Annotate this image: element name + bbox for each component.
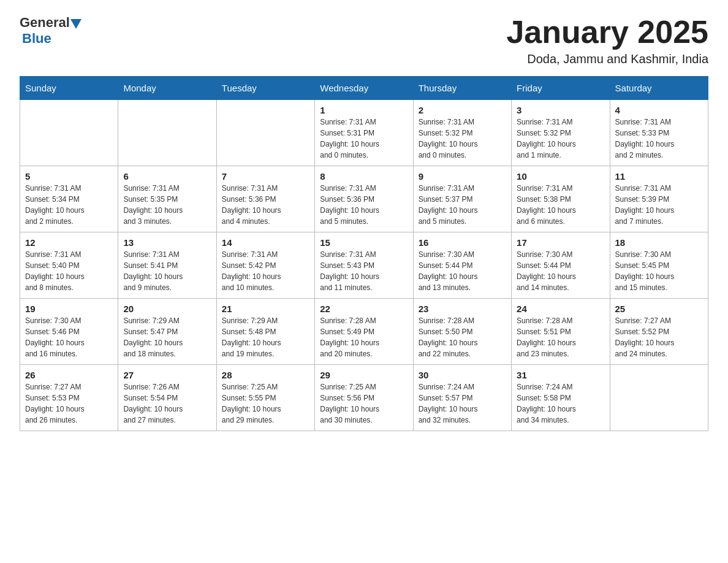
calendar-table: SundayMondayTuesdayWednesdayThursdayFrid…: [20, 76, 708, 431]
day-number: 2: [419, 105, 506, 115]
day-info: Sunrise: 7:31 AM Sunset: 5:34 PM Dayligh…: [25, 183, 113, 227]
calendar-cell: 25Sunrise: 7:27 AM Sunset: 5:52 PM Dayli…: [610, 299, 708, 365]
day-number: 10: [517, 171, 604, 182]
day-info: Sunrise: 7:31 AM Sunset: 5:35 PM Dayligh…: [123, 183, 211, 227]
day-info: Sunrise: 7:31 AM Sunset: 5:33 PM Dayligh…: [615, 117, 703, 161]
calendar-cell: 20Sunrise: 7:29 AM Sunset: 5:47 PM Dayli…: [118, 299, 216, 365]
weekday-header-row: SundayMondayTuesdayWednesdayThursdayFrid…: [20, 77, 708, 100]
day-info: Sunrise: 7:25 AM Sunset: 5:55 PM Dayligh…: [222, 381, 309, 426]
calendar-cell: 6Sunrise: 7:31 AM Sunset: 5:35 PM Daylig…: [118, 166, 216, 232]
weekday-header-tuesday: Tuesday: [216, 77, 314, 100]
calendar-cell: 9Sunrise: 7:31 AM Sunset: 5:37 PM Daylig…: [413, 166, 511, 232]
day-info: Sunrise: 7:26 AM Sunset: 5:54 PM Dayligh…: [123, 381, 211, 426]
day-number: 17: [517, 237, 604, 248]
day-number: 1: [320, 105, 408, 115]
day-info: Sunrise: 7:31 AM Sunset: 5:31 PM Dayligh…: [320, 117, 408, 161]
day-info: Sunrise: 7:31 AM Sunset: 5:32 PM Dayligh…: [517, 117, 604, 161]
day-info: Sunrise: 7:30 AM Sunset: 5:46 PM Dayligh…: [25, 315, 113, 359]
weekday-header-saturday: Saturday: [610, 77, 708, 100]
day-number: 31: [517, 370, 604, 380]
month-title: January 2025: [506, 15, 708, 50]
calendar-cell: 24Sunrise: 7:28 AM Sunset: 5:51 PM Dayli…: [512, 299, 610, 365]
week-row-5: 26Sunrise: 7:27 AM Sunset: 5:53 PM Dayli…: [20, 365, 708, 431]
calendar-cell: 4Sunrise: 7:31 AM Sunset: 5:33 PM Daylig…: [610, 100, 708, 166]
day-number: 7: [222, 171, 309, 182]
calendar-cell: 11Sunrise: 7:31 AM Sunset: 5:39 PM Dayli…: [610, 166, 708, 232]
day-number: 26: [25, 370, 113, 380]
day-number: 18: [615, 237, 703, 248]
day-info: Sunrise: 7:29 AM Sunset: 5:48 PM Dayligh…: [222, 315, 309, 359]
page-header: General Blue January 2025 Doda, Jammu an…: [20, 15, 708, 66]
day-number: 14: [222, 237, 309, 248]
day-info: Sunrise: 7:31 AM Sunset: 5:42 PM Dayligh…: [222, 249, 309, 293]
day-info: Sunrise: 7:31 AM Sunset: 5:32 PM Dayligh…: [419, 117, 506, 161]
calendar-cell: 17Sunrise: 7:30 AM Sunset: 5:44 PM Dayli…: [512, 232, 610, 299]
day-number: 28: [222, 370, 309, 380]
weekday-header-friday: Friday: [512, 77, 610, 100]
day-info: Sunrise: 7:27 AM Sunset: 5:52 PM Dayligh…: [615, 315, 703, 359]
day-info: Sunrise: 7:31 AM Sunset: 5:36 PM Dayligh…: [320, 183, 408, 227]
weekday-header-wednesday: Wednesday: [315, 77, 413, 100]
day-info: Sunrise: 7:31 AM Sunset: 5:36 PM Dayligh…: [222, 183, 309, 227]
logo: General Blue: [20, 15, 82, 47]
day-info: Sunrise: 7:28 AM Sunset: 5:49 PM Dayligh…: [320, 315, 408, 359]
calendar-cell: 5Sunrise: 7:31 AM Sunset: 5:34 PM Daylig…: [20, 166, 118, 232]
day-number: 13: [123, 237, 211, 248]
day-number: 20: [123, 304, 211, 314]
day-number: 21: [222, 304, 309, 314]
location-title: Doda, Jammu and Kashmir, India: [506, 52, 708, 66]
calendar-cell: 26Sunrise: 7:27 AM Sunset: 5:53 PM Dayli…: [20, 365, 118, 431]
day-info: Sunrise: 7:29 AM Sunset: 5:47 PM Dayligh…: [123, 315, 211, 359]
day-info: Sunrise: 7:31 AM Sunset: 5:37 PM Dayligh…: [419, 183, 506, 227]
week-row-2: 5Sunrise: 7:31 AM Sunset: 5:34 PM Daylig…: [20, 166, 708, 232]
day-number: 5: [25, 171, 113, 182]
day-info: Sunrise: 7:30 AM Sunset: 5:44 PM Dayligh…: [517, 249, 604, 293]
day-info: Sunrise: 7:28 AM Sunset: 5:50 PM Dayligh…: [419, 315, 506, 359]
day-number: 8: [320, 171, 408, 182]
calendar-cell: 7Sunrise: 7:31 AM Sunset: 5:36 PM Daylig…: [216, 166, 314, 232]
calendar-cell: 16Sunrise: 7:30 AM Sunset: 5:44 PM Dayli…: [413, 232, 511, 299]
calendar-cell: 27Sunrise: 7:26 AM Sunset: 5:54 PM Dayli…: [118, 365, 216, 431]
logo-general-text: General: [20, 15, 70, 31]
calendar-cell: 3Sunrise: 7:31 AM Sunset: 5:32 PM Daylig…: [512, 100, 610, 166]
day-number: 19: [25, 304, 113, 314]
day-info: Sunrise: 7:31 AM Sunset: 5:40 PM Dayligh…: [25, 249, 113, 293]
day-info: Sunrise: 7:25 AM Sunset: 5:56 PM Dayligh…: [320, 381, 408, 426]
calendar-cell: 19Sunrise: 7:30 AM Sunset: 5:46 PM Dayli…: [20, 299, 118, 365]
calendar-cell: [216, 100, 314, 166]
calendar-cell: 23Sunrise: 7:28 AM Sunset: 5:50 PM Dayli…: [413, 299, 511, 365]
day-info: Sunrise: 7:31 AM Sunset: 5:43 PM Dayligh…: [320, 249, 408, 293]
day-number: 4: [615, 105, 703, 115]
calendar-cell: 21Sunrise: 7:29 AM Sunset: 5:48 PM Dayli…: [216, 299, 314, 365]
week-row-4: 19Sunrise: 7:30 AM Sunset: 5:46 PM Dayli…: [20, 299, 708, 365]
day-number: 24: [517, 304, 604, 314]
day-info: Sunrise: 7:30 AM Sunset: 5:44 PM Dayligh…: [419, 249, 506, 293]
calendar-cell: [20, 100, 118, 166]
weekday-header-monday: Monday: [118, 77, 216, 100]
day-info: Sunrise: 7:28 AM Sunset: 5:51 PM Dayligh…: [517, 315, 604, 359]
title-section: January 2025 Doda, Jammu and Kashmir, In…: [506, 15, 708, 66]
calendar-cell: [610, 365, 708, 431]
day-number: 9: [419, 171, 506, 182]
day-number: 15: [320, 237, 408, 248]
calendar-cell: [118, 100, 216, 166]
calendar-cell: 22Sunrise: 7:28 AM Sunset: 5:49 PM Dayli…: [315, 299, 413, 365]
calendar-cell: 1Sunrise: 7:31 AM Sunset: 5:31 PM Daylig…: [315, 100, 413, 166]
week-row-1: 1Sunrise: 7:31 AM Sunset: 5:31 PM Daylig…: [20, 100, 708, 166]
day-info: Sunrise: 7:31 AM Sunset: 5:41 PM Dayligh…: [123, 249, 211, 293]
logo-arrow-icon: [70, 19, 82, 29]
week-row-3: 12Sunrise: 7:31 AM Sunset: 5:40 PM Dayli…: [20, 232, 708, 299]
calendar-cell: 18Sunrise: 7:30 AM Sunset: 5:45 PM Dayli…: [610, 232, 708, 299]
day-number: 30: [419, 370, 506, 380]
weekday-header-sunday: Sunday: [20, 77, 118, 100]
logo-blue-text: Blue: [22, 31, 51, 46]
day-number: 11: [615, 171, 703, 182]
calendar-cell: 10Sunrise: 7:31 AM Sunset: 5:38 PM Dayli…: [512, 166, 610, 232]
calendar-cell: 30Sunrise: 7:24 AM Sunset: 5:57 PM Dayli…: [413, 365, 511, 431]
day-number: 29: [320, 370, 408, 380]
day-number: 3: [517, 105, 604, 115]
calendar-cell: 13Sunrise: 7:31 AM Sunset: 5:41 PM Dayli…: [118, 232, 216, 299]
day-number: 23: [419, 304, 506, 314]
day-number: 22: [320, 304, 408, 314]
day-info: Sunrise: 7:31 AM Sunset: 5:39 PM Dayligh…: [615, 183, 703, 227]
